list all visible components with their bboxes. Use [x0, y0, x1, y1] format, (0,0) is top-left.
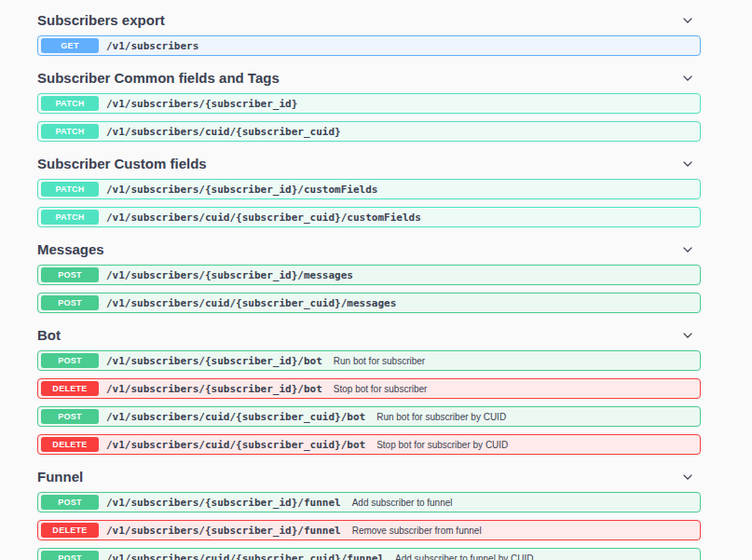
chevron-down-icon[interactable] [680, 328, 695, 343]
endpoint-path: /v1/subscribers/{subscriber_id}/customFi… [106, 184, 377, 196]
method-badge: PATCH [41, 96, 99, 111]
method-badge: PATCH [41, 210, 99, 225]
method-badge: PATCH [41, 182, 99, 197]
operation-row-delete-v1-subscribers-cuid-subscriber-cuid-bot[interactable]: DELETE/v1/subscribers/cuid/{subscriber_c… [37, 434, 701, 455]
endpoint-description: Add subscriber to funnel by CUID [395, 553, 533, 560]
operation-row-post-v1-subscribers-cuid-subscriber-cuid-funnel[interactable]: POST/v1/subscribers/cuid/{subscriber_cui… [37, 548, 701, 560]
operation-row-post-v1-subscribers-cuid-subscriber-cuid-bot[interactable]: POST/v1/subscribers/cuid/{subscriber_cui… [37, 406, 701, 427]
endpoint-path: /v1/subscribers [106, 40, 198, 52]
chevron-down-icon[interactable] [680, 470, 695, 485]
chevron-down-icon[interactable] [680, 157, 695, 171]
section-header-subscriber-common-fields-and-tags[interactable]: Subscriber Common fields and Tags [37, 63, 701, 93]
endpoint-description: Remove subscriber from funnel [352, 526, 482, 536]
section-header-messages[interactable]: Messages [37, 235, 701, 265]
section-title: Subscribers export [37, 12, 165, 28]
method-badge: DELETE [41, 523, 99, 538]
method-badge: DELETE [41, 381, 99, 396]
section-subscriber-custom-fields: Subscriber Custom fieldsPATCH/v1/subscri… [37, 149, 701, 227]
operation-row-patch-v1-subscribers-cuid-subscriber-cuid[interactable]: PATCH/v1/subscribers/cuid/{subscriber_cu… [37, 121, 701, 142]
endpoint-description: Stop bot for subscriber [334, 384, 428, 394]
endpoint-path: /v1/subscribers/cuid/{subscriber_cuid}/b… [106, 411, 365, 423]
operation-row-post-v1-subscribers-subscriber-id-messages[interactable]: POST/v1/subscribers/{subscriber_id}/mess… [37, 265, 701, 285]
endpoint-path: /v1/subscribers/{subscriber_id}/bot [106, 355, 322, 367]
method-badge: GET [41, 38, 99, 53]
section-messages: MessagesPOST/v1/subscribers/{subscriber_… [37, 235, 701, 313]
endpoint-path: /v1/subscribers/cuid/{subscriber_cuid}/f… [106, 553, 384, 560]
method-badge: POST [41, 409, 99, 424]
operation-row-post-v1-subscribers-cuid-subscriber-cuid-messages[interactable]: POST/v1/subscribers/cuid/{subscriber_cui… [37, 293, 701, 313]
endpoint-description: Run bot for subscriber [334, 356, 425, 366]
section-bot: BotPOST/v1/subscribers/{subscriber_id}/b… [37, 321, 701, 455]
operation-row-post-v1-subscribers-subscriber-id-funnel[interactable]: POST/v1/subscribers/{subscriber_id}/funn… [37, 492, 701, 512]
operation-row-patch-v1-subscribers-cuid-subscriber-cuid-customfields[interactable]: PATCH/v1/subscribers/cuid/{subscriber_cu… [37, 207, 701, 227]
method-badge: POST [41, 353, 99, 368]
section-subscriber-common-fields-and-tags: Subscriber Common fields and TagsPATCH/v… [37, 63, 701, 142]
endpoint-path: /v1/subscribers/{subscriber_id}/funnel [106, 525, 341, 537]
operation-row-patch-v1-subscribers-subscriber-id-customfields[interactable]: PATCH/v1/subscribers/{subscriber_id}/cus… [37, 179, 701, 199]
section-header-subscribers-export[interactable]: Subscribers export [37, 6, 701, 35]
endpoint-path: /v1/subscribers/{subscriber_id}/messages [106, 269, 353, 281]
endpoint-description: Stop bot for subscriber by CUID [376, 440, 508, 450]
endpoint-path: /v1/subscribers/{subscriber_id}/bot [106, 383, 322, 395]
endpoint-description: Add subscriber to funnel [352, 498, 453, 508]
operation-row-delete-v1-subscribers-subscriber-id-funnel[interactable]: DELETE/v1/subscribers/{subscriber_id}/fu… [37, 520, 701, 540]
operation-row-get-v1-subscribers[interactable]: GET/v1/subscribers [37, 35, 701, 56]
method-badge: POST [41, 551, 99, 560]
endpoint-path: /v1/subscribers/cuid/{subscriber_cuid}/c… [106, 212, 421, 224]
endpoint-description: Run bot for subscriber by CUID [376, 412, 506, 422]
method-badge: POST [41, 495, 99, 510]
section-title: Subscriber Common fields and Tags [37, 70, 280, 86]
section-header-funnel[interactable]: Funnel [37, 462, 701, 492]
section-header-bot[interactable]: Bot [37, 321, 701, 350]
section-title: Bot [37, 327, 61, 343]
endpoint-path: /v1/subscribers/cuid/{subscriber_cuid} [106, 126, 341, 138]
chevron-down-icon[interactable] [680, 242, 695, 257]
chevron-down-icon[interactable] [680, 71, 695, 86]
method-badge: DELETE [41, 437, 99, 452]
method-badge: POST [41, 295, 99, 310]
operation-row-post-v1-subscribers-subscriber-id-bot[interactable]: POST/v1/subscribers/{subscriber_id}/botR… [37, 350, 701, 371]
section-header-subscriber-custom-fields[interactable]: Subscriber Custom fields [37, 149, 701, 179]
endpoint-path: /v1/subscribers/cuid/{subscriber_cuid}/b… [106, 439, 365, 451]
api-sections: Subscribers exportGET/v1/subscribersSubs… [37, 6, 701, 560]
section-title: Subscriber Custom fields [37, 156, 207, 171]
operation-row-patch-v1-subscribers-subscriber-id[interactable]: PATCH/v1/subscribers/{subscriber_id} [37, 93, 701, 114]
endpoint-path: /v1/subscribers/{subscriber_id} [106, 98, 297, 110]
section-title: Funnel [37, 469, 83, 485]
chevron-down-icon[interactable] [680, 13, 695, 28]
endpoint-path: /v1/subscribers/{subscriber_id}/funnel [106, 497, 341, 509]
section-funnel: FunnelPOST/v1/subscribers/{subscriber_id… [37, 462, 701, 560]
method-badge: POST [41, 267, 99, 282]
method-badge: PATCH [41, 124, 99, 139]
endpoint-path: /v1/subscribers/cuid/{subscriber_cuid}/m… [106, 297, 396, 309]
operation-row-delete-v1-subscribers-subscriber-id-bot[interactable]: DELETE/v1/subscribers/{subscriber_id}/bo… [37, 378, 701, 399]
section-subscribers-export: Subscribers exportGET/v1/subscribers [37, 6, 701, 56]
api-docs: Subscribers exportGET/v1/subscribersSubs… [0, 0, 752, 560]
section-title: Messages [37, 241, 104, 257]
